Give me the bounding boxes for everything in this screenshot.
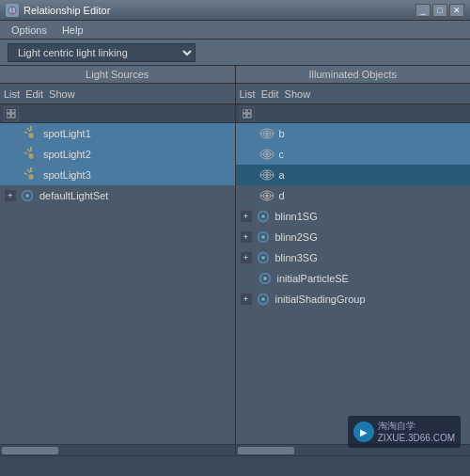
obj-item-label: blinn3SG xyxy=(275,252,318,263)
svg-rect-24 xyxy=(243,109,246,113)
svg-point-53 xyxy=(261,235,265,239)
watermark: ▶ 淘淘自学 ZIXUE.3D66.COM xyxy=(348,416,461,448)
obj-item-label: blinn2SG xyxy=(275,231,318,243)
svg-rect-25 xyxy=(247,109,251,113)
light-search-icon[interactable] xyxy=(4,106,19,121)
light-search-bar xyxy=(0,104,235,123)
expand-icon[interactable]: + xyxy=(240,251,253,264)
list-item[interactable]: spotLight1 xyxy=(0,123,235,144)
light-linking-dropdown[interactable]: Light centric light linking Object centr… xyxy=(8,43,196,62)
list-item[interactable]: + blinn3SG xyxy=(236,247,471,268)
expand-icon[interactable]: + xyxy=(240,230,253,244)
light-sources-list[interactable]: spotLight1 spotLight2 xyxy=(0,123,235,444)
list-item[interactable]: spotLight3 xyxy=(0,165,235,185)
geo-icon xyxy=(258,125,275,142)
svg-point-56 xyxy=(261,256,265,260)
svg-point-15 xyxy=(29,154,33,158)
light-show-btn[interactable]: Show xyxy=(49,88,75,100)
light-sources-toolbar: List Edit Show xyxy=(0,84,235,104)
dropdown-bar: Light centric light linking Object centr… xyxy=(0,40,470,66)
list-item[interactable]: + initialShadingGroup xyxy=(236,289,471,309)
maximize-button[interactable]: □ xyxy=(432,4,447,17)
shadinggroup-icon xyxy=(255,249,272,266)
title-bar: Relationship Editor _ □ ✕ xyxy=(0,0,470,21)
obj-item-label: c xyxy=(279,149,285,160)
svg-point-20 xyxy=(29,175,33,179)
watermark-text: 淘淘自学 ZIXUE.3D66.COM xyxy=(378,420,455,444)
obj-item-label: initialParticleSE xyxy=(277,273,349,284)
watermark-logo: ▶ xyxy=(353,421,374,442)
expand-icon[interactable]: + xyxy=(240,293,253,306)
geo-icon xyxy=(258,187,275,204)
minimize-button[interactable]: _ xyxy=(415,4,431,17)
obj-item-label: d xyxy=(279,190,285,201)
list-item[interactable]: c xyxy=(236,144,471,165)
illuminated-objects-header: Illuminated Objects xyxy=(236,66,471,84)
shadinggroup-icon xyxy=(255,291,272,308)
obj-list-btn[interactable]: List xyxy=(240,88,256,100)
spotlight-icon xyxy=(23,167,39,183)
obj-item-label: blinn1SG xyxy=(275,211,318,222)
svg-point-23 xyxy=(25,194,29,198)
geo-icon xyxy=(258,146,275,163)
app-icon xyxy=(6,4,19,17)
menu-options[interactable]: Options xyxy=(4,23,55,38)
obj-item-label: a xyxy=(279,169,285,181)
svg-rect-2 xyxy=(7,109,10,113)
light-item-label: defaultLightSet xyxy=(39,190,108,201)
list-item[interactable]: + blinn1SG xyxy=(236,206,471,227)
svg-point-50 xyxy=(261,214,265,218)
list-item[interactable]: spotLight2 xyxy=(0,144,235,165)
light-item-label: spotLight3 xyxy=(43,169,91,181)
list-item[interactable]: d xyxy=(236,185,471,206)
menu-bar: Options Help xyxy=(0,21,470,40)
obj-show-btn[interactable]: Show xyxy=(285,88,311,100)
light-item-label: spotLight1 xyxy=(43,128,91,139)
obj-edit-btn[interactable]: Edit xyxy=(261,88,279,100)
svg-rect-4 xyxy=(7,114,10,118)
svg-rect-5 xyxy=(11,114,15,118)
svg-rect-3 xyxy=(11,109,15,113)
obj-scrollbar-thumb[interactable] xyxy=(238,447,294,454)
illuminated-objects-list[interactable]: b c xyxy=(236,123,471,444)
window-title: Relationship Editor xyxy=(24,5,415,16)
obj-search-icon[interactable] xyxy=(240,106,255,121)
list-item[interactable]: a xyxy=(236,165,471,185)
list-item[interactable]: + defaultLightSet xyxy=(0,185,235,206)
svg-line-17 xyxy=(27,169,30,173)
list-item[interactable]: initialParticleSE xyxy=(236,268,471,289)
obj-item-label: b xyxy=(279,128,285,139)
svg-rect-26 xyxy=(243,114,246,118)
list-item[interactable]: b xyxy=(236,123,471,144)
light-item-label: spotLight2 xyxy=(43,149,91,160)
lightset-icon xyxy=(19,187,36,204)
shadinggroup-icon xyxy=(255,229,272,246)
menu-help[interactable]: Help xyxy=(55,23,91,38)
shadinggroup-icon xyxy=(255,208,272,225)
light-edit-btn[interactable]: Edit xyxy=(25,88,43,100)
svg-point-59 xyxy=(263,277,267,280)
light-list-btn[interactable]: List xyxy=(4,88,20,100)
status-bar xyxy=(0,455,470,476)
light-sources-header: Light Sources xyxy=(0,66,235,84)
svg-line-12 xyxy=(27,149,30,152)
shadinggroup-icon xyxy=(257,270,274,287)
light-scrollbar[interactable] xyxy=(0,444,235,455)
svg-point-10 xyxy=(29,134,33,137)
obj-item-label: initialShadingGroup xyxy=(275,294,366,305)
spotlight-icon xyxy=(23,146,39,163)
panels-container: Light Sources List Edit Show xyxy=(0,66,470,455)
illuminated-objects-toolbar: List Edit Show xyxy=(236,84,471,104)
window-controls: _ □ ✕ xyxy=(415,4,464,17)
expand-icon[interactable]: + xyxy=(4,189,17,202)
illuminated-objects-panel: Illuminated Objects List Edit Show xyxy=(236,66,471,455)
obj-search-bar xyxy=(236,104,471,123)
list-item[interactable]: + blinn2SG xyxy=(236,227,471,247)
light-sources-panel: Light Sources List Edit Show xyxy=(0,66,236,455)
close-button[interactable]: ✕ xyxy=(449,4,464,17)
svg-line-7 xyxy=(27,128,30,132)
spotlight-icon xyxy=(23,125,39,142)
expand-icon[interactable]: + xyxy=(240,210,253,223)
svg-point-62 xyxy=(261,297,265,301)
light-scrollbar-thumb[interactable] xyxy=(2,447,58,454)
